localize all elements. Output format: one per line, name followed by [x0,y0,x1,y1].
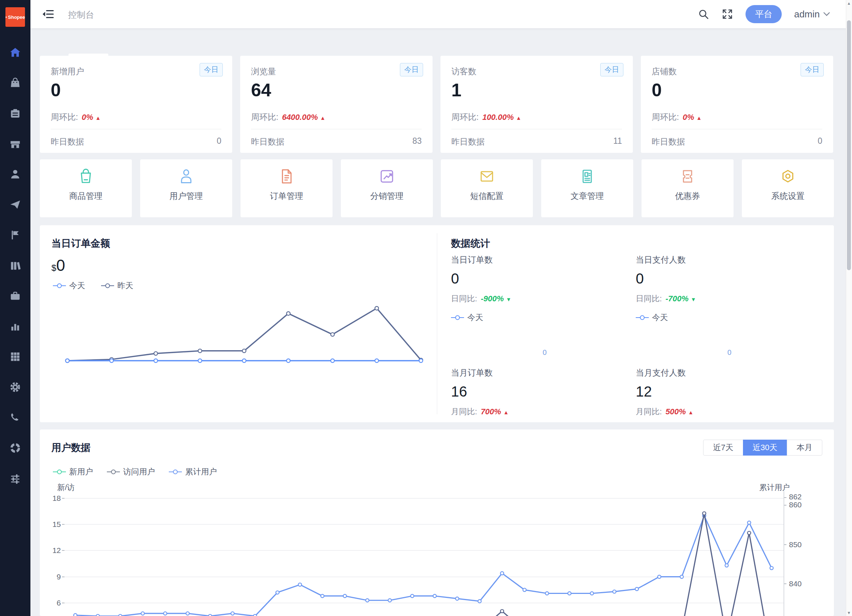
legend-item-yesterday[interactable]: 昨天 [101,280,133,291]
sidebar-item-orders[interactable] [0,98,30,128]
shortcut-label: 订单管理 [240,190,332,202]
trend-up-icon: ▲ [95,115,101,121]
legend-marker-icon [53,283,66,288]
stat-yesterday: 昨日数据0 [652,136,822,147]
sidebar-item-dashboard[interactable] [0,37,30,68]
shortcut-products[interactable]: 商品管理 [40,159,132,217]
legend-item-today[interactable]: 今天 [53,280,85,291]
sidebar-item-articles[interactable] [0,250,30,281]
sidebar-item-apps[interactable] [0,341,30,372]
shortcut-sms[interactable]: 短信配置 [441,159,533,217]
stat-yesterday: 昨日数据0 [51,136,221,147]
sidebar-item-marketing[interactable] [0,220,30,250]
stat-monthly-payers: 当月支付人数 12 月同比:500%▲ [636,367,810,417]
stat-card-new-users: 新增用户 今日 0 周环比:0%▲ 昨日数据0 [40,56,232,153]
mini-chart-point: 0 [542,349,547,357]
stat-value: 0 [51,80,61,101]
range-button-30days[interactable]: 近30天 [743,439,787,456]
user-data-panel: 用户数据 近7天 近30天 本月 新用户 访问用户 累计用户 新/访 累计用户 … [40,429,834,616]
scroll-down-icon[interactable]: ▼ [847,611,851,615]
stat-daily-payers: 当日支付人数 0 日同比:-700%▼ 今天 [636,254,810,323]
legend-item-visiting-users[interactable]: 访问用户 [107,467,155,477]
legend-marker-icon [169,470,182,474]
divider [452,129,622,129]
stat-title: 访客数 [452,66,476,77]
pie-donut-icon [9,442,21,454]
legend-marker-icon [451,315,464,320]
article-icon [577,167,597,186]
shortcut-distribution[interactable]: 分销管理 [341,159,433,217]
legend-item-today[interactable]: 今天 [451,312,625,323]
stat-daily-orders: 当日订单数 0 日同比:-900%▼ 今天 [451,254,625,323]
stat-title: 店铺数 [652,66,677,77]
settings-hex-icon [778,167,798,186]
sidebar-item-reports[interactable] [0,433,30,463]
user-panel-title: 用户数据 [51,441,91,454]
fullscreen-icon[interactable] [722,8,733,20]
collapse-menu-icon[interactable] [41,7,55,21]
sidebar-item-products[interactable] [0,68,30,98]
sidebar-item-statistics[interactable] [0,311,30,341]
scroll-up-icon[interactable]: ▲ [847,1,851,5]
shopee-logo[interactable]: S Shopee [5,7,25,27]
sidebar-item-config[interactable] [0,463,30,494]
shortcut-settings[interactable]: 系统设置 [742,159,834,217]
search-icon[interactable] [698,8,709,20]
shortcut-coupons[interactable]: 优惠券 [642,159,734,217]
stat-ratio: 周环比:0%▲ [652,112,702,123]
range-button-month[interactable]: 本月 [787,439,822,456]
shortcut-label: 分销管理 [341,190,433,202]
sidebar-item-contact[interactable] [0,402,30,433]
legend-item-total-users[interactable]: 累计用户 [169,467,217,477]
shortcut-articles[interactable]: 文章管理 [541,159,633,217]
page-scrollbar[interactable]: ▲ ▼ [846,0,852,616]
sidebar-item-shops[interactable] [0,128,30,159]
sidebar-menu [0,37,30,494]
shopee-bag-icon: S [5,14,7,21]
stat-title: 新增用户 [51,66,84,77]
shortcut-users[interactable]: 用户管理 [140,159,232,217]
sidebar-item-settings[interactable] [0,372,30,402]
stat-value: 0 [652,80,662,101]
legend-marker-icon [101,283,114,288]
stat-value: 64 [251,80,271,101]
shortcut-label: 用户管理 [140,190,232,202]
legend-marker-icon [107,470,120,474]
coupon-icon [678,167,697,186]
divider [51,129,221,129]
order-stats-panel: 当日订单金额 $0 今天 昨天 数据统计 当日订单数 0 日同比:-900%▼ … [40,225,834,422]
stat-card-visitors: 访客数 今日 1 周环比:100.00%▲ 昨日数据11 [441,56,633,153]
platform-button[interactable]: 平台 [745,5,782,23]
range-button-7days[interactable]: 近7天 [703,439,743,456]
filter-sliders-icon [9,472,21,485]
mini-chart-point: 0 [727,349,731,357]
document-icon [277,167,296,186]
send-icon [9,198,21,211]
shortcut-label: 商品管理 [40,190,132,202]
breadcrumb: 控制台 [68,9,94,21]
legend-item-today[interactable]: 今天 [636,312,810,323]
gear-icon [9,381,21,393]
legend-marker-icon [53,470,66,474]
flag-icon [9,229,21,241]
user-chart-legend: 新用户 访问用户 累计用户 [53,467,217,477]
phone-icon [9,411,21,424]
trend-up-icon: ▲ [320,115,325,121]
trend-down-icon: ▼ [691,296,696,302]
shortcut-orders[interactable]: 订单管理 [240,159,332,217]
stat-yesterday: 昨日数据11 [452,136,622,147]
stat-monthly-orders: 当月订单数 16 月同比:700%▲ [451,367,625,417]
sidebar-item-business[interactable] [0,281,30,311]
divider [652,129,822,129]
order-chart-legend: 今天 昨天 [53,280,133,291]
sidebar-item-distribution[interactable] [0,189,30,220]
stat-card-shops: 店铺数 今日 0 周环比:0%▲ 昨日数据0 [641,56,833,153]
shop-bag-icon [9,77,21,89]
legend-item-new-users[interactable]: 新用户 [53,467,93,477]
user-menu[interactable]: admin [794,9,830,20]
sidebar-item-users[interactable] [0,159,30,189]
order-amount: $0 [51,257,65,275]
shortcut-label: 文章管理 [541,190,633,202]
shopping-bag-icon [76,167,96,186]
scrollbar-thumb[interactable] [847,20,851,270]
